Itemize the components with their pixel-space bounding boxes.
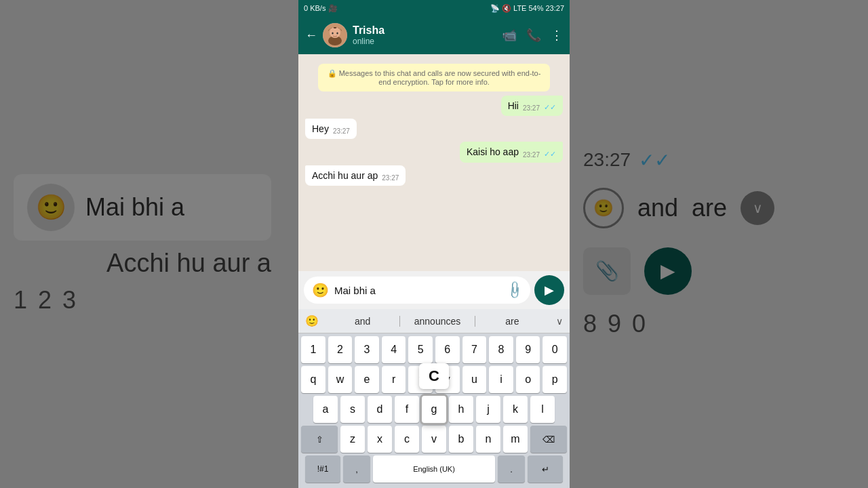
key-rows: 1 2 3 4 5 6 7 8 9 0 q w e r t y u i (298, 333, 570, 455)
key-d[interactable]: d (368, 396, 392, 423)
bg-number-3: 3 (62, 286, 76, 314)
bottom-key-row: !#1 , English (UK) . ↵ (298, 455, 570, 485)
message-text: Hii (508, 100, 519, 112)
bg-emoji-icon: 🙂 (27, 184, 75, 231)
key-u[interactable]: u (462, 366, 487, 393)
bg-num-9: 9 (608, 310, 621, 338)
key-r[interactable]: r (382, 366, 406, 393)
key-f[interactable]: f (395, 396, 419, 423)
enter-key[interactable]: ↵ (528, 455, 563, 483)
message-ticks: ✓✓ (544, 103, 556, 112)
status-bar: 0 KB/s 🎥 📡 🔇 LTE 54% 23:27 (298, 0, 570, 16)
key-z[interactable]: z (340, 426, 365, 453)
status-mute-icon: 🔇 (502, 4, 511, 13)
comma-key[interactable]: , (343, 455, 370, 483)
suggestion-emoji-icon[interactable]: 🙂 (305, 314, 319, 327)
shift-key[interactable]: ⇧ (301, 426, 338, 453)
message-ticks: ✓✓ (544, 150, 556, 159)
key-7[interactable]: 7 (462, 336, 487, 363)
message-input[interactable] (334, 285, 502, 296)
more-options-icon[interactable]: ⋮ (551, 28, 563, 43)
voice-call-icon[interactable]: 📞 (526, 28, 541, 43)
expand-suggestions-icon[interactable]: ∨ (556, 316, 563, 327)
suggestion-word-1[interactable]: and (326, 316, 399, 327)
status-cast-icon: 📡 (490, 4, 500, 13)
emoji-button[interactable]: 🙂 (312, 282, 329, 298)
key-j[interactable]: j (476, 396, 500, 423)
bg-chevron: ∨ (741, 191, 774, 225)
bg-num-0: 0 (632, 310, 646, 338)
svg-point-4 (336, 33, 338, 35)
message-row: Hey 23:27 (305, 119, 563, 139)
attach-button[interactable]: 📎 (504, 279, 525, 300)
key-i[interactable]: i (489, 366, 513, 393)
key-s[interactable]: s (340, 396, 365, 423)
encryption-notice[interactable]: 🔒 Messages to this chat and calls are no… (318, 64, 550, 92)
key-n[interactable]: n (476, 426, 500, 453)
key-g[interactable]: C g (422, 396, 446, 423)
number-row: 1 2 3 4 5 6 7 8 9 0 (301, 336, 567, 363)
send-button[interactable]: ▶ (534, 275, 564, 305)
backspace-key[interactable]: ⌫ (530, 426, 567, 453)
key-q[interactable]: q (301, 366, 326, 393)
bg-text-2: Acchi hu aur a (14, 249, 271, 278)
key-4[interactable]: 4 (382, 336, 406, 363)
zxcv-row: ⇧ z x c v b n m ⌫ (301, 426, 567, 453)
status-data: 0 KB/s (304, 4, 326, 12)
bg-text-1: Mai bhi a (85, 193, 184, 222)
period-key[interactable]: . (498, 455, 525, 483)
key-k[interactable]: k (503, 396, 528, 423)
suggestion-word-3[interactable]: are (475, 316, 549, 327)
key-p[interactable]: p (542, 366, 567, 393)
key-3[interactable]: 3 (355, 336, 379, 363)
key-9[interactable]: 9 (516, 336, 540, 363)
back-button[interactable]: ← (305, 28, 317, 43)
chat-area: 🔒 Messages to this chat and calls are no… (298, 54, 570, 271)
asdf-row: a s d f C g h j k l (301, 396, 567, 423)
key-l[interactable]: l (530, 396, 555, 423)
bg-number-2: 2 (38, 286, 52, 314)
message-time: 23:27 (333, 127, 350, 135)
numbers-key[interactable]: !#1 (305, 455, 340, 483)
message-time: 23:27 (523, 151, 540, 159)
key-a[interactable]: a (313, 396, 338, 423)
message-text: Kaisi ho aap (467, 146, 519, 158)
video-call-icon[interactable]: 📹 (502, 28, 517, 43)
key-c[interactable]: c (395, 426, 419, 453)
suggestion-word-2[interactable]: announces (400, 316, 474, 327)
key-6[interactable]: 6 (435, 336, 460, 363)
key-m[interactable]: m (503, 426, 528, 453)
key-v[interactable]: v (422, 426, 446, 453)
key-5[interactable]: 5 (408, 336, 433, 363)
space-key[interactable]: English (UK) (373, 455, 495, 483)
status-right: 📡 🔇 LTE 54% 23:27 (490, 4, 564, 13)
key-w[interactable]: w (328, 366, 353, 393)
key-h[interactable]: h (449, 396, 473, 423)
key-o[interactable]: o (516, 366, 540, 393)
key-e[interactable]: e (355, 366, 379, 393)
key-0[interactable]: 0 (542, 336, 567, 363)
message-time: 23:27 (523, 104, 540, 112)
status-left: 0 KB/s 🎥 (304, 4, 338, 13)
bg-ticks: ✓✓ (639, 149, 670, 171)
bg-suggest-are: are (692, 194, 727, 222)
key-x[interactable]: x (368, 426, 392, 453)
bg-time: 23:27 (583, 149, 631, 171)
contact-status: online (353, 37, 496, 46)
message-bubble: Acchi hu aur ap 23:27 (305, 165, 406, 186)
bg-send: ▶ (644, 247, 692, 295)
status-camcorder-icon: 🎥 (328, 4, 338, 13)
phone-container: 0 KB/s 🎥 📡 🔇 LTE 54% 23:27 ← (298, 0, 570, 488)
key-1[interactable]: 1 (301, 336, 326, 363)
key-8[interactable]: 8 (489, 336, 513, 363)
bg-paperclip: 📎 (583, 247, 631, 295)
message-row: Acchi hu aur ap 23:27 (305, 165, 563, 186)
bg-emoji-btn: 🙂 (583, 188, 624, 228)
message-text: Acchi hu aur ap (312, 169, 378, 182)
key-b[interactable]: b (449, 426, 473, 453)
avatar[interactable] (323, 23, 347, 47)
key-2[interactable]: 2 (328, 336, 353, 363)
svg-point-3 (332, 33, 333, 35)
message-row: Kaisi ho aap 23:27 ✓✓ (305, 142, 563, 162)
bg-right-panel: 23:27 ✓✓ 🙂 and are ∨ 📎 ▶ 8 9 0 (570, 0, 868, 488)
